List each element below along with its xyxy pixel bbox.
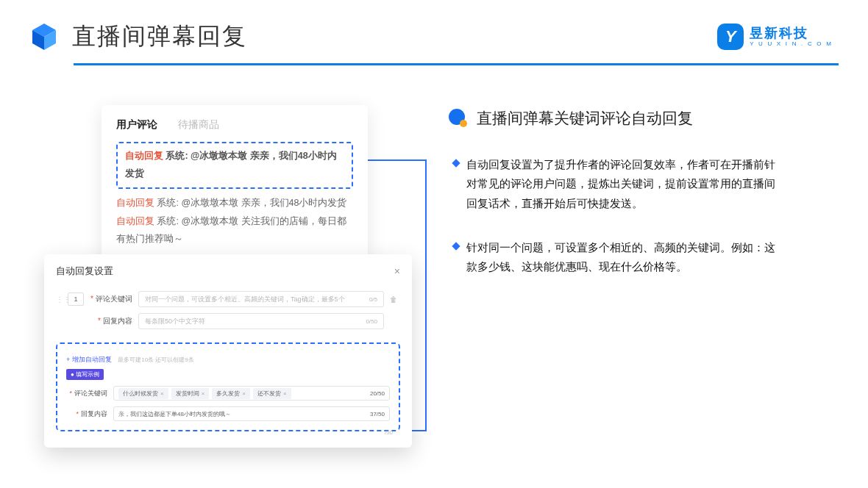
auto-reply-badge: 自动回复	[116, 216, 154, 226]
example-row-reply: *回复内容 亲，我们这边都是下单48小时内发货的哦～ 37/50	[66, 406, 390, 421]
title-group: 直播间弹幕回复	[29, 21, 247, 53]
comment-item: 自动回复 系统: @冰墩墩本墩 关注我们的店铺，每日都有热门推荐呦～	[116, 213, 353, 248]
placeholder: 每条限50个中文字符	[145, 317, 205, 326]
placeholder: 对同一个问题，可设置多个相近、高频的关键词，Tag确定，最多5个	[145, 295, 345, 304]
field-label: 回复内容	[81, 410, 107, 417]
description-panel: 直播间弹幕关键词评论自动回复 自动回复设置为了提升作者的评论回复效率，作者可在开…	[447, 105, 827, 458]
example-reply-field[interactable]: 亲，我们这边都是下单48小时内发货的哦～ 37/50	[113, 406, 390, 421]
keywords-input[interactable]: 对同一个问题，可设置多个相近、高频的关键词，Tag确定，最多5个 0/5	[138, 291, 384, 307]
char-count: 20/50	[370, 390, 385, 397]
comment-text: 系统: @冰墩墩本墩 亲亲，我们48小时内发货	[157, 198, 346, 208]
char-count: 37/50	[370, 411, 385, 417]
row-index: 1	[68, 293, 84, 306]
field-label: 评论关键词	[74, 390, 107, 397]
modal-title: 自动回复设置	[56, 265, 113, 278]
diamond-icon	[452, 159, 460, 167]
auto-reply-badge: 自动回复	[125, 151, 163, 161]
brand-logo: Y 昱新科技 Y U U X I N . C O M	[717, 24, 833, 50]
setting-row-keywords: ⋮⋮ 1 *评论关键词 对同一个问题，可设置多个相近、高频的关键词，Tag确定，…	[56, 291, 400, 307]
brand-mark-icon: Y	[717, 24, 744, 50]
add-auto-reply-link[interactable]: + 增加自动回复	[66, 356, 112, 363]
keyword-tag[interactable]: 多久发货	[212, 388, 250, 399]
example-reply-text: 亲，我们这边都是下单48小时内发货的哦～	[118, 410, 231, 418]
example-row-keywords: *评论关键词 什么时候发货 发货时间 多久发货 还不发货 20/50	[66, 386, 390, 401]
keyword-tag[interactable]: 发货时间	[171, 388, 210, 399]
delete-icon[interactable]: 🗑	[387, 295, 400, 304]
svg-point-4	[460, 120, 467, 127]
page-title: 直播间弹幕回复	[72, 21, 247, 53]
field-label: 评论关键词	[96, 295, 132, 303]
brand-name-en: Y U U X I N . C O M	[750, 41, 833, 47]
comment-item: 自动回复 系统: @冰墩墩本墩 亲亲，我们48小时内发货	[116, 195, 353, 212]
chat-bubble-icon	[447, 108, 468, 129]
bullet-item: 针对同一个问题，可设置多个相近的、高频的关键词。例如：这款多少钱、这块能优惠吗、…	[453, 238, 827, 277]
add-caption: 最多可建10条 还可以创建9条	[118, 356, 194, 363]
example-keywords-field[interactable]: 什么时候发货 发货时间 多久发货 还不发货 20/50	[113, 386, 390, 401]
brand-name-cn: 昱新科技	[750, 26, 833, 40]
bullet-text: 自动回复设置为了提升作者的评论回复效率，作者可在开播前针对常见的评论用户问题，提…	[466, 155, 783, 213]
section-title: 直播间弹幕关键词评论自动回复	[477, 108, 693, 129]
screenshot-illustration: 用户评论 待播商品 自动回复 系统: @冰墩墩本墩 亲亲，我们48小时内发货 自…	[44, 105, 427, 458]
auto-reply-settings-modal: 自动回复设置 × ⋮⋮ 1 *评论关键词 对同一个问题，可设置多个相近、高频的关…	[44, 254, 412, 448]
bullet-text: 针对同一个问题，可设置多个相近的、高频的关键词。例如：这款多少钱、这块能优惠吗、…	[466, 238, 783, 277]
bullet-item: 自动回复设置为了提升作者的评论回复效率，作者可在开播前针对常见的评论用户问题，提…	[453, 155, 827, 213]
example-badge: ● 填写示例	[66, 369, 104, 380]
example-box: + 增加自动回复 最多可建10条 还可以创建9条 ● 填写示例 *评论关键词 什…	[56, 342, 400, 431]
auto-reply-badge: 自动回复	[116, 198, 154, 208]
page-header: 直播间弹幕回复 Y 昱新科技 Y U U X I N . C O M	[0, 0, 868, 53]
close-icon[interactable]: ×	[394, 265, 400, 277]
reply-input[interactable]: 每条限50个中文字符 0/50	[138, 313, 384, 329]
comment-item-highlighted: 自动回复 系统: @冰墩墩本墩 亲亲，我们48小时内发货	[116, 142, 353, 189]
tab-user-comments[interactable]: 用户评论	[116, 118, 157, 132]
field-label: 回复内容	[103, 317, 132, 325]
cube-icon	[29, 22, 59, 51]
char-count: 0/5	[369, 296, 377, 303]
char-count: 0/50	[366, 318, 377, 325]
drag-handle-icon[interactable]: ⋮⋮	[56, 295, 63, 304]
comments-card: 用户评论 待播商品 自动回复 系统: @冰墩墩本墩 亲亲，我们48小时内发货 自…	[102, 105, 368, 265]
diamond-icon	[452, 242, 460, 250]
tab-pending-products[interactable]: 待播商品	[178, 118, 219, 132]
setting-row-reply: *回复内容 每条限50个中文字符 0/50	[56, 313, 400, 329]
keyword-tag[interactable]: 还不发货	[253, 388, 291, 399]
keyword-tag[interactable]: 什么时候发货	[118, 388, 168, 399]
outer-char-count: /50	[385, 429, 393, 436]
